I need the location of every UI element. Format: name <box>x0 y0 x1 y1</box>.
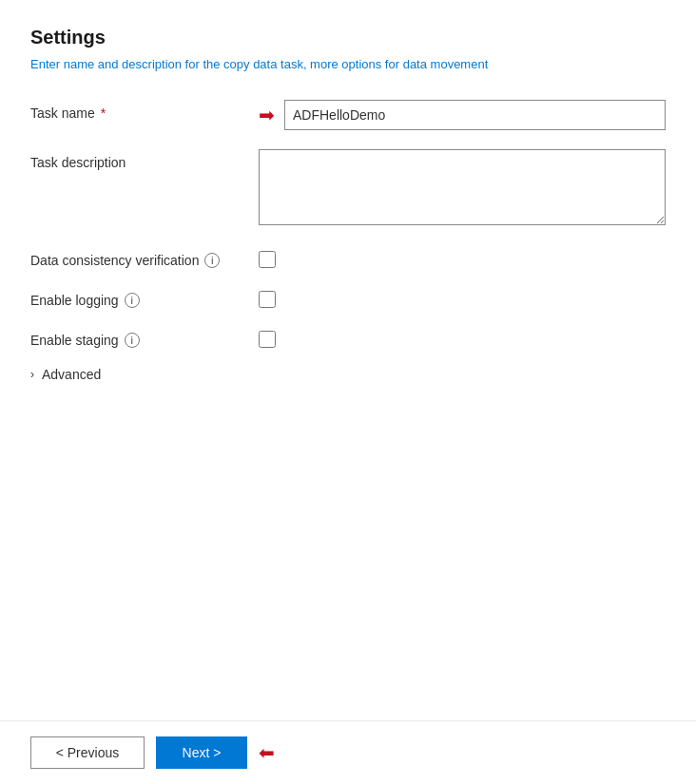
previous-button[interactable]: < Previous <box>30 736 145 769</box>
enable-logging-checkbox[interactable] <box>259 291 276 308</box>
task-name-input[interactable] <box>284 100 666 130</box>
task-description-row: Task description <box>30 149 666 228</box>
enable-staging-checkbox-wrapper <box>259 327 276 348</box>
page-subtitle: Enter name and description for the copy … <box>30 56 666 73</box>
task-description-input[interactable] <box>259 149 666 225</box>
task-name-row: Task name * ➡ <box>30 100 666 130</box>
advanced-row[interactable]: › Advanced <box>30 367 666 382</box>
data-consistency-info-icon[interactable]: i <box>204 253 220 268</box>
data-consistency-label: Data consistency verification i <box>30 247 259 268</box>
enable-logging-info-icon[interactable]: i <box>125 293 140 308</box>
enable-logging-checkbox-wrapper <box>259 287 276 308</box>
task-description-input-area <box>259 149 666 228</box>
next-arrow-icon: ⬅ <box>259 741 275 764</box>
main-content: Settings Enter name and description for … <box>0 0 696 720</box>
task-name-input-area <box>284 100 666 130</box>
task-name-control-wrapper: ➡ <box>259 100 666 130</box>
enable-staging-info-icon[interactable]: i <box>125 333 140 348</box>
data-consistency-checkbox-wrapper <box>259 247 276 268</box>
data-consistency-checkbox[interactable] <box>259 251 276 268</box>
enable-staging-row: Enable staging i <box>30 327 666 348</box>
task-name-arrow-icon: ➡ <box>259 104 275 126</box>
enable-logging-label: Enable logging i <box>30 287 259 308</box>
data-consistency-row: Data consistency verification i <box>30 247 666 268</box>
required-marker: * <box>101 105 106 121</box>
advanced-label: Advanced <box>42 367 101 382</box>
enable-staging-checkbox[interactable] <box>259 331 276 348</box>
task-name-label: Task name * <box>30 100 259 121</box>
enable-staging-label: Enable staging i <box>30 327 259 348</box>
next-button[interactable]: Next > <box>156 736 247 769</box>
footer: < Previous Next > ⬅ <box>0 721 696 784</box>
enable-logging-row: Enable logging i <box>30 287 666 308</box>
task-description-label: Task description <box>30 149 259 170</box>
page-title: Settings <box>30 27 666 48</box>
advanced-chevron-icon: › <box>30 368 34 381</box>
